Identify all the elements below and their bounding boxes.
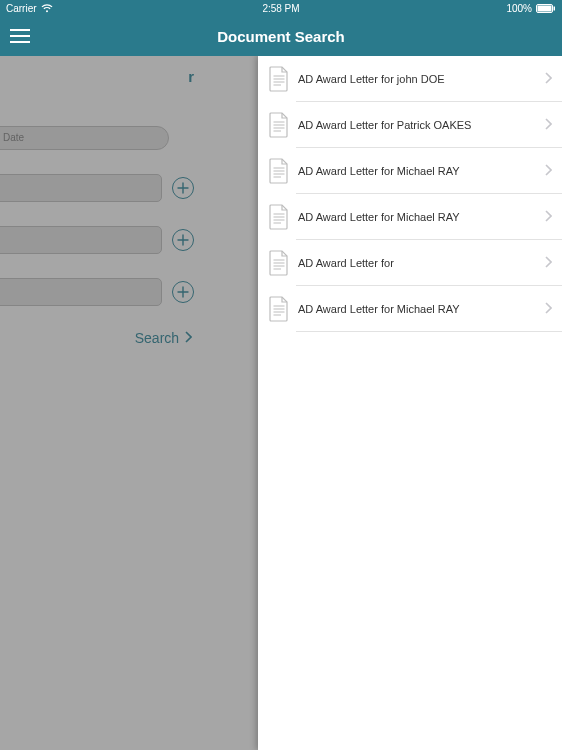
document-icon	[268, 250, 290, 276]
result-row[interactable]: AD Award Letter for Patrick OAKES	[258, 102, 562, 148]
nav-bar: Document Search	[0, 16, 562, 56]
result-row[interactable]: AD Award Letter for Michael RAY	[258, 148, 562, 194]
chevron-right-icon	[544, 256, 552, 268]
status-bar: Carrier 2:58 PM 100%	[0, 0, 562, 16]
chevron-right-icon	[544, 210, 552, 222]
chevron-right-icon	[544, 302, 552, 314]
document-icon	[268, 296, 290, 322]
result-label: AD Award Letter for john DOE	[298, 73, 544, 85]
result-label: AD Award Letter for Michael RAY	[298, 165, 544, 177]
document-icon	[268, 112, 290, 138]
chevron-right-icon	[544, 118, 552, 130]
document-icon	[268, 158, 290, 184]
result-row[interactable]: AD Award Letter for Michael RAY	[258, 286, 562, 332]
chevron-right-icon	[544, 164, 552, 176]
chevron-right-icon	[544, 72, 552, 84]
dim-overlay[interactable]	[0, 56, 258, 750]
results-panel: AD Award Letter for john DOE AD Award Le…	[258, 56, 562, 750]
document-icon	[268, 66, 290, 92]
result-row[interactable]: AD Award Letter for	[258, 240, 562, 286]
result-label: AD Award Letter for	[298, 257, 544, 269]
page-title: Document Search	[0, 28, 562, 45]
document-icon	[268, 204, 290, 230]
result-label: AD Award Letter for Patrick OAKES	[298, 119, 544, 131]
menu-button[interactable]	[0, 16, 40, 56]
svg-rect-3	[10, 29, 30, 31]
result-row[interactable]: AD Award Letter for john DOE	[258, 56, 562, 102]
hamburger-icon	[10, 29, 30, 43]
svg-rect-4	[10, 35, 30, 37]
clock: 2:58 PM	[0, 3, 562, 14]
result-row[interactable]: AD Award Letter for Michael RAY	[258, 194, 562, 240]
result-label: AD Award Letter for Michael RAY	[298, 303, 544, 315]
svg-rect-5	[10, 41, 30, 43]
result-label: AD Award Letter for Michael RAY	[298, 211, 544, 223]
divider	[296, 331, 562, 332]
